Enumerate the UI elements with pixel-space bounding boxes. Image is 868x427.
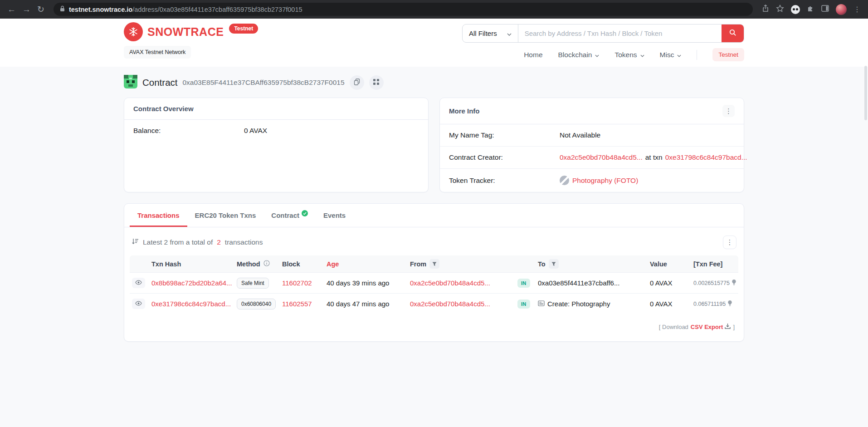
tx-table-menu-button[interactable]: ⋮ (723, 236, 736, 249)
adblock-extension-icon[interactable] (791, 5, 800, 14)
direction-badge: IN (517, 279, 530, 288)
tx-row: 0x8b698ac72bd20b2a64... Safe Mint 116027… (130, 272, 738, 293)
more-info-menu-button[interactable]: ⋮ (722, 105, 735, 117)
gas-bulb-icon (727, 300, 732, 308)
creator-address-link[interactable]: 0xa2c5e0bd70b48a4cd5... (560, 153, 643, 162)
snowtrace-logo[interactable]: SNOWTRACE Testnet (124, 22, 258, 41)
value-cell: 0 AVAX (650, 300, 693, 308)
token-tracker-link[interactable]: Photography (FOTO) (572, 177, 638, 185)
from-address-link[interactable]: 0xa2c5e0bd70b48a4cd5... (410, 279, 517, 287)
summary-prefix: Latest 2 from a total of (143, 238, 213, 246)
method-badge: Safe Mint (237, 278, 269, 289)
tx-row: 0xe31798c6c84c97bacd... 0x60806040 11602… (130, 293, 738, 314)
search-input[interactable] (518, 25, 722, 42)
chevron-down-icon (507, 29, 512, 37)
page-title: Contract (142, 77, 177, 88)
eye-icon (135, 300, 142, 307)
search-button[interactable] (722, 25, 744, 42)
browser-chrome: ← → ↻ testnet.snowtrace.io/address/0xa03… (0, 0, 868, 19)
to-filter-button[interactable] (549, 259, 559, 269)
more-info-card-title: More Info (449, 107, 480, 115)
chrome-menu-icon[interactable]: ⋮ (853, 6, 861, 13)
share-icon[interactable] (762, 5, 769, 15)
preview-eye-button[interactable] (132, 299, 145, 309)
qr-grid-icon (373, 79, 379, 86)
nav-tokens[interactable]: Tokens (614, 51, 644, 59)
token-tracker-row: Token Tracker: Photography (FOTO) (440, 168, 744, 192)
scrollbar-thumb[interactable] (864, 66, 867, 120)
name-tag-row: My Name Tag: Not Available (440, 124, 744, 146)
creator-txn-link[interactable]: 0xe31798c6c84c97bacd... (665, 153, 747, 162)
contract-overview-card: Contract Overview Balance: 0 AVAX (124, 98, 429, 192)
tab-erc20-token-txns[interactable]: ERC20 Token Txns (187, 204, 264, 227)
nav-home[interactable]: Home (524, 51, 542, 59)
site-header: SNOWTRACE Testnet AVAX Testnet Network A… (0, 19, 868, 67)
copy-address-button[interactable] (350, 75, 364, 90)
tab-contract[interactable]: Contract (263, 204, 316, 227)
eye-icon (135, 280, 142, 286)
token-logo-icon (560, 176, 569, 185)
extensions-puzzle-icon[interactable] (807, 5, 814, 14)
info-icon[interactable] (263, 260, 270, 268)
tab-transactions[interactable]: Transactions (130, 204, 187, 227)
contract-doc-icon (538, 300, 545, 308)
tab-bar: Transactions ERC20 Token Txns Contract E… (124, 204, 744, 227)
method-badge: 0x60806040 (237, 299, 276, 309)
bookmark-star-icon[interactable] (776, 5, 784, 15)
profile-avatar[interactable] (836, 4, 847, 15)
block-link[interactable]: 11602557 (282, 300, 327, 308)
txn-fee-value: 0.0026515775 (693, 280, 730, 286)
nav-blockchain[interactable]: Blockchain (558, 51, 600, 59)
gas-bulb-icon (731, 279, 736, 287)
to-address: 0xa03e85f4411e37cbaff6... (538, 279, 650, 287)
chevron-down-icon (677, 51, 681, 59)
contract-blockie-avatar (124, 75, 137, 90)
age-value: 40 days 47 mins ago (327, 300, 410, 308)
to-contract-create: Create: Photography (547, 300, 610, 308)
forward-icon[interactable]: → (22, 5, 31, 14)
chevron-down-icon (595, 51, 599, 59)
lock-icon (60, 5, 65, 14)
block-link[interactable]: 11602702 (282, 279, 327, 287)
txn-hash-link[interactable]: 0xe31798c6c84c97bacd... (151, 300, 237, 308)
token-tracker-label: Token Tracker: (449, 177, 560, 185)
reload-icon[interactable]: ↻ (37, 5, 44, 14)
contract-creator-row: Contract Creator: 0xa2c5e0bd70b48a4cd5..… (440, 146, 744, 168)
address-bar[interactable]: testnet.snowtrace.io/address/0xa03e85f44… (54, 3, 753, 16)
balance-row: Balance: 0 AVAX (124, 120, 428, 142)
col-age[interactable]: Age (327, 260, 410, 268)
download-prefix: [ Download (659, 324, 688, 330)
direction-badge: IN (517, 299, 530, 309)
search-bar: All Filters (462, 24, 744, 43)
search-filter-dropdown[interactable]: All Filters (463, 25, 518, 42)
txn-hash-link[interactable]: 0x8b698ac72bd20b2a64... (151, 279, 237, 287)
csv-export-row: [ Download CSV Export ] (130, 314, 738, 341)
sidebar-icon[interactable] (821, 5, 829, 14)
qr-code-button[interactable] (369, 75, 384, 90)
age-value: 40 days 39 mins ago (327, 279, 410, 287)
col-value: Value (650, 260, 693, 268)
from-filter-button[interactable] (429, 259, 439, 269)
contract-address: 0xa03E85F4411e37CBAff635975bf38cB2737F00… (182, 79, 344, 87)
col-txn-fee: [Txn Fee] (693, 260, 738, 268)
filter-label: All Filters (469, 29, 497, 37)
nav-divider (697, 50, 697, 60)
download-suffix: ] (733, 324, 735, 330)
preview-eye-button[interactable] (132, 278, 145, 288)
chevron-down-icon (640, 51, 644, 59)
csv-export-link[interactable]: CSV Export (691, 323, 731, 330)
balance-value: 0 AVAX (244, 127, 267, 135)
txn-fee-value: 0.065711195 (693, 301, 726, 307)
nav-testnet-badge[interactable]: Testnet (712, 48, 744, 61)
tab-events[interactable]: Events (316, 204, 353, 227)
col-to: To (538, 260, 546, 268)
verified-check-icon (302, 210, 308, 216)
more-info-card: More Info ⋮ My Name Tag: Not Available C… (439, 98, 744, 192)
col-txn-hash: Txn Hash (151, 260, 237, 268)
back-icon[interactable]: ← (7, 5, 16, 14)
from-address-link[interactable]: 0xa2c5e0bd70b48a4cd5... (410, 300, 517, 308)
transactions-card: Transactions ERC20 Token Txns Contract E… (124, 203, 744, 342)
nav-misc[interactable]: Misc (660, 51, 682, 59)
col-method: Method (237, 260, 260, 268)
url-path: /address/0xa03e85f4411e37cbaff635975bf38… (132, 6, 302, 13)
